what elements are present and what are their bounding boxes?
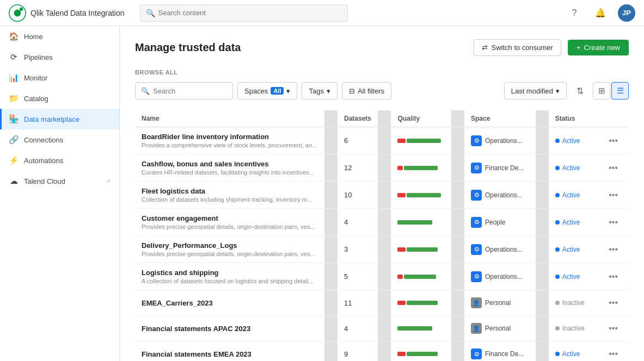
item-status: Active: [549, 182, 598, 209]
quality-red-bar: [397, 352, 405, 356]
more-options-button[interactable]: •••: [604, 134, 622, 148]
item-name-cell: BoardRider line inventory information Pr…: [135, 127, 324, 154]
sidebar-item-label: Monitor: [24, 74, 47, 82]
item-desc: Curates HR-related datasets, facilitatin…: [142, 169, 318, 176]
item-space: ⊙ Operations...: [464, 236, 536, 263]
item-name: EMEA_Carriers_2023: [142, 299, 318, 307]
item-quality: [391, 316, 451, 341]
item-actions[interactable]: •••: [598, 154, 629, 182]
filter-icon: ⊟: [349, 87, 355, 95]
quality-empty-bar: [439, 247, 441, 252]
col-datasets[interactable]: Datasets: [338, 110, 378, 127]
quality-green-bar: [407, 193, 441, 197]
space-icon: ⊙: [471, 163, 482, 173]
sidebar-item-automations[interactable]: ⚡ Automations: [0, 150, 119, 171]
item-desc: Collection of datasets including shipmen…: [142, 196, 318, 203]
status-dot: [555, 193, 560, 197]
sidebar-item-connections[interactable]: 🔗 Connections: [0, 129, 119, 150]
status-label: Active: [562, 219, 580, 226]
more-options-button[interactable]: •••: [604, 242, 622, 257]
status-dot: [555, 220, 560, 225]
quality-green-bar: [404, 275, 436, 279]
spaces-filter[interactable]: Spaces All ▾: [237, 82, 297, 99]
page-title: Manage trusted data: [135, 41, 241, 54]
item-actions[interactable]: •••: [598, 209, 629, 236]
col-space[interactable]: Space: [464, 110, 536, 127]
quality-red-bar: [397, 275, 403, 279]
item-actions[interactable]: •••: [598, 127, 629, 154]
more-options-button[interactable]: •••: [604, 215, 622, 229]
page-header: Manage trusted data ⇄ Switch to consumer…: [135, 39, 629, 56]
item-actions[interactable]: •••: [598, 290, 629, 316]
col-name[interactable]: Name: [135, 110, 324, 127]
catalog-icon: 📁: [9, 94, 19, 103]
status-label: Active: [562, 273, 580, 281]
quality-empty-bar: [439, 301, 441, 305]
item-actions[interactable]: •••: [598, 236, 629, 263]
more-options-button[interactable]: •••: [604, 161, 622, 175]
grid-view-button[interactable]: ⊞: [593, 82, 610, 99]
item-space: ⊙ People: [464, 209, 536, 236]
status-dot: [555, 166, 560, 170]
col-quality[interactable]: Quality: [391, 110, 451, 127]
tags-filter[interactable]: Tags ▾: [302, 82, 337, 99]
item-actions[interactable]: •••: [598, 182, 629, 209]
view-toggle: ⊞ ☰: [593, 82, 629, 99]
table-row: BoardRider line inventory information Pr…: [135, 127, 629, 154]
item-quality: [391, 236, 451, 263]
item-status: Active: [549, 236, 598, 263]
external-link-icon: ↗: [106, 178, 111, 185]
quality-empty-bar: [439, 352, 441, 356]
table-row: EMEA_Carriers_2023 11 👤 Personal Inactiv…: [135, 290, 629, 316]
create-new-button[interactable]: + Create new: [568, 40, 629, 55]
more-options-button[interactable]: •••: [604, 270, 622, 284]
talend-cloud-icon: ☁: [9, 176, 19, 186]
table-row: Financial statements EMEA 2023 9 ⊙ Finan…: [135, 341, 629, 362]
space-icon: ⊙: [471, 217, 482, 228]
quality-red-bar: [397, 301, 405, 305]
switch-consumer-button[interactable]: ⇄ Switch to consumer: [474, 39, 561, 56]
item-actions[interactable]: •••: [598, 316, 629, 341]
item-datasets: 9: [338, 341, 378, 362]
sidebar-item-monitor[interactable]: 📊 Monitor: [0, 67, 119, 88]
item-status: Active: [549, 154, 598, 182]
global-search-input[interactable]: [158, 9, 342, 17]
list-view-button[interactable]: ☰: [611, 82, 629, 99]
notifications-button[interactable]: 🔔: [592, 4, 609, 22]
item-quality: [391, 182, 451, 209]
sidebar-item-talend-cloud[interactable]: ☁ Talend Cloud ↗: [0, 171, 119, 191]
sort-button[interactable]: Last modified ▾: [504, 82, 567, 99]
global-search[interactable]: 🔍: [140, 4, 348, 22]
quality-red-bar: [397, 166, 403, 170]
status-label: Active: [562, 350, 580, 358]
logo[interactable]: Qlik Talend Data Integration: [9, 4, 125, 22]
user-avatar[interactable]: JP: [618, 4, 635, 22]
space-label: Finance De...: [485, 164, 524, 172]
help-button[interactable]: ?: [566, 4, 583, 22]
header-actions: ⇄ Switch to consumer + Create new: [474, 39, 629, 56]
more-options-button[interactable]: •••: [604, 188, 622, 202]
item-datasets: 6: [338, 127, 378, 154]
sidebar-item-home[interactable]: 🏠 Home: [0, 26, 119, 47]
more-options-button[interactable]: •••: [604, 347, 622, 361]
item-datasets: 12: [338, 154, 378, 182]
item-name-cell: Financial statements EMEA 2023: [135, 341, 324, 362]
status-label: Active: [562, 137, 580, 145]
more-options-button[interactable]: •••: [604, 321, 622, 335]
quality-green-bar: [407, 139, 441, 143]
col-status[interactable]: Status: [549, 110, 598, 127]
search-input[interactable]: [153, 87, 244, 95]
more-options-button[interactable]: •••: [604, 296, 622, 310]
item-status: Active: [549, 341, 598, 362]
all-filters-button[interactable]: ⊟ All filters: [342, 82, 391, 99]
search-box[interactable]: 🔍: [135, 82, 233, 99]
item-actions[interactable]: •••: [598, 341, 629, 362]
sidebar-item-pipelines[interactable]: ⟳ Pipelines: [0, 47, 119, 67]
item-actions[interactable]: •••: [598, 263, 629, 290]
item-name: Delivery_Performance_Logs: [142, 241, 318, 250]
sort-lines-button[interactable]: ⇅: [571, 82, 588, 99]
sidebar-item-catalog[interactable]: 📁 Catalog: [0, 88, 119, 109]
status-label: Inactive: [562, 299, 585, 307]
sidebar-item-data-marketplace[interactable]: 🏪 Data marketplace: [0, 109, 119, 129]
item-name-cell: Customer engagement Provides precise geo…: [135, 209, 324, 236]
